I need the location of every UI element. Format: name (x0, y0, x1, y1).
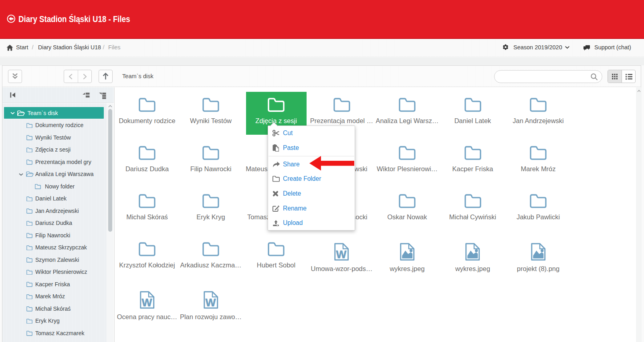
svg-text:W: W (336, 248, 347, 261)
svg-text:W: W (141, 296, 152, 309)
svg-text:W: W (205, 296, 216, 309)
